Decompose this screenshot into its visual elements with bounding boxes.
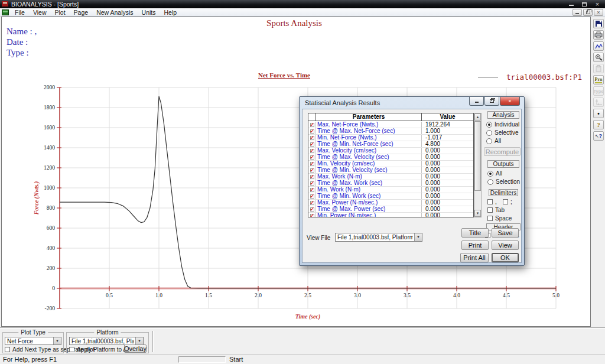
parameter-row[interactable]: Time @ Min. Work (sec)0.000 [308, 193, 473, 200]
title-button[interactable]: Title [461, 228, 489, 238]
menu-file[interactable]: File [11, 8, 29, 17]
zoom-icon [595, 54, 603, 61]
context-help-icon: ↖? [595, 133, 602, 139]
child-minimize-button[interactable] [573, 9, 582, 16]
toolbar-buttons-container: PrnType•?↖? [592, 19, 605, 141]
parameter-value: 0.000 [422, 167, 473, 173]
parameter-row[interactable]: Time @ Min. Net-Force (sec)4.800 [308, 141, 473, 148]
parameter-row[interactable]: Time @ Max. Net-Force (sec)1.000 [308, 128, 473, 135]
chevron-down-icon[interactable]: ▼ [53, 337, 61, 344]
dialog-close-button[interactable]: × [500, 97, 520, 106]
parameter-row[interactable]: Min. Power (N-m/sec.)0.000 [308, 213, 473, 217]
radio-selective[interactable]: Selective [486, 129, 519, 136]
child-restore-button[interactable] [583, 9, 593, 16]
child-window-icon[interactable] [2, 9, 9, 15]
checkbox-semicolon[interactable]: ; [503, 199, 512, 205]
row-checkbox-cell[interactable] [308, 200, 316, 206]
row-checkbox-cell[interactable] [308, 148, 316, 154]
checkbox-tab[interactable]: Tab [487, 207, 505, 213]
row-checkbox-cell[interactable] [308, 154, 316, 160]
toolbar-type-button[interactable]: Type [593, 86, 604, 96]
checkbox-comma[interactable]: , [487, 199, 497, 205]
recompute-button[interactable]: Recompute [484, 147, 521, 156]
ok-button[interactable]: OK [492, 253, 519, 262]
scroll-down-arrow[interactable]: ▼ [474, 210, 481, 217]
plot-type-dropdown[interactable]: Net Force ▼ [5, 337, 61, 345]
row-checkbox-cell[interactable] [308, 206, 316, 212]
save-icon [596, 21, 602, 27]
menu-help[interactable]: Help [160, 8, 181, 17]
parameter-row[interactable]: Time @ Max. Work (sec)0.000 [308, 180, 473, 187]
toolbar-axis-button[interactable] [593, 98, 604, 107]
menu-plot[interactable]: Plot [51, 8, 70, 17]
radio-all-analysis[interactable]: All [486, 138, 501, 144]
row-checkbox-cell[interactable] [308, 174, 316, 180]
row-checkbox-cell[interactable] [308, 161, 316, 167]
radio-output-selection[interactable]: Selection [487, 178, 520, 185]
row-checkbox-cell[interactable] [308, 135, 316, 141]
maximize-button[interactable] [578, 0, 591, 8]
checked-checkbox-icon [310, 194, 314, 199]
print-button[interactable]: Print [461, 240, 489, 250]
toolbar-point-button[interactable]: • [593, 109, 604, 118]
row-checkbox-cell[interactable] [308, 180, 316, 186]
dialog-minimize-button[interactable] [469, 97, 484, 106]
row-checkbox-cell[interactable] [308, 193, 316, 199]
radio-icon [486, 130, 492, 136]
toolbar-plot-button[interactable] [593, 41, 604, 51]
scroll-up-arrow[interactable]: ▲ [474, 113, 481, 121]
print-all-button[interactable]: Print All [460, 253, 489, 262]
parameter-row[interactable]: Min. Velocity (cm/sec)0.000 [308, 161, 473, 167]
row-checkbox-cell[interactable] [308, 213, 316, 217]
menu-view[interactable]: View [29, 8, 51, 17]
toolbar-paste-button[interactable] [593, 64, 604, 73]
outputs-group-label: Outputs [487, 160, 519, 168]
menu-page[interactable]: Page [70, 8, 93, 17]
restore-icon [586, 11, 590, 14]
svg-text:0.5: 0.5 [106, 292, 113, 298]
radio-individual[interactable]: Individual [486, 121, 519, 128]
row-checkbox-cell[interactable] [308, 187, 316, 193]
radio-output-all[interactable]: All [487, 170, 502, 177]
parameter-row[interactable]: Min. Work (N-m)0.000 [308, 187, 473, 193]
parameter-row[interactable]: Max. Net-Force (Nwts.)1912.264 [308, 122, 473, 128]
parameter-row[interactable]: Min. Net-Force (Nwts.)-1.017 [308, 135, 473, 141]
row-checkbox-cell[interactable] [308, 122, 316, 128]
view-button[interactable]: View [492, 240, 519, 250]
overlay-button[interactable]: Overlay [124, 344, 147, 353]
chevron-down-icon[interactable]: ▼ [414, 233, 422, 241]
row-checkbox-cell[interactable] [308, 128, 316, 134]
checkbox-icon [503, 199, 508, 204]
svg-text:4.0: 4.0 [453, 292, 460, 298]
menu-new-analysis[interactable]: New Analysis [92, 8, 137, 17]
checked-checkbox-icon [310, 181, 314, 186]
checked-checkbox-icon [310, 123, 314, 127]
checked-checkbox-icon [310, 188, 314, 192]
parameter-row[interactable]: Time @ Min. Velocity (sec)0.000 [308, 167, 473, 174]
menu-units[interactable]: Units [138, 8, 160, 17]
view-file-dropdown[interactable]: File 1,trial00003.bsf, Platform: 1 ▼ [335, 233, 422, 242]
chevron-down-icon[interactable]: ▼ [135, 337, 143, 344]
save-button[interactable]: Save [492, 228, 519, 238]
parameter-row[interactable]: Max. Power (N-m/sec.)0.000 [308, 200, 473, 206]
parameter-row[interactable]: Time @ Max. Power (sec)0.000 [308, 206, 473, 213]
platform-dropdown[interactable]: File 1,trial00003.bsf, Platform: 1 ▼ [69, 337, 144, 345]
parameter-row[interactable]: Max. Work (N-m)0.000 [308, 174, 473, 180]
toolbar-save-button[interactable] [593, 19, 604, 28]
row-checkbox-cell[interactable] [308, 141, 316, 147]
checkbox-space[interactable]: Space [487, 215, 512, 222]
toolbar-print-button[interactable] [593, 30, 604, 40]
toolbar-zoom-button[interactable] [593, 53, 604, 62]
parameter-row[interactable]: Time @ Max. Velocity (sec)0.000 [308, 154, 473, 161]
toolbar-help-button[interactable]: ? [593, 120, 604, 129]
toolbar-context-help-button[interactable]: ↖? [593, 131, 604, 141]
table-scrollbar[interactable]: ▲ ▼ [474, 113, 482, 217]
row-checkbox-cell[interactable] [308, 167, 316, 173]
dialog-maximize-button[interactable] [484, 97, 499, 106]
toolbar-print-setup-button[interactable]: Prn [593, 75, 604, 84]
child-close-button[interactable]: × [594, 9, 603, 16]
close-button[interactable]: × [591, 0, 604, 8]
minimize-button[interactable] [565, 0, 578, 8]
scrollbar-thumb[interactable] [474, 121, 481, 191]
parameter-row[interactable]: Max. Velocity (cm/sec)0.000 [308, 148, 473, 154]
